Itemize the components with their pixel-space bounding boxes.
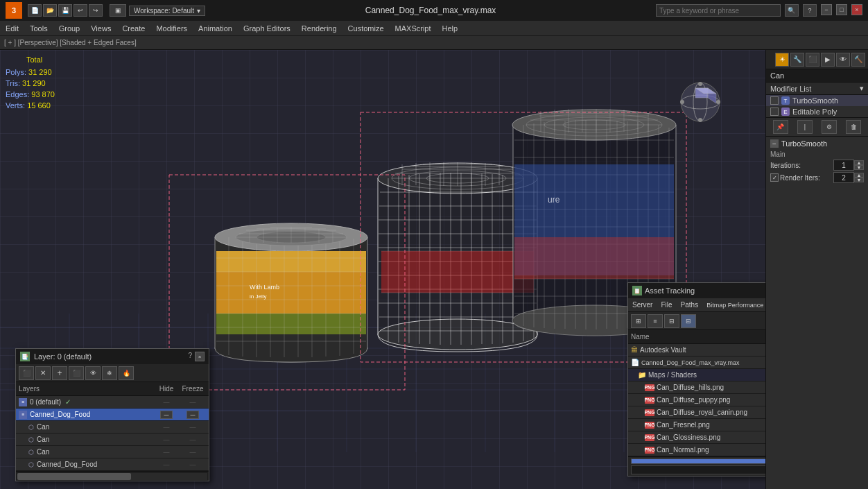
asset-tool-3[interactable]: ⊟ [664, 314, 679, 328]
layers-help-btn[interactable]: ? [188, 352, 192, 361]
layers-tool-hide[interactable]: 👁 [85, 366, 101, 380]
ts-collapse-btn[interactable]: − [770, 139, 779, 148]
asset-menu-file[interactable]: File [657, 300, 676, 310]
menu-views[interactable]: Views [85, 23, 116, 34]
layers-close-btn[interactable]: × [195, 352, 205, 361]
asset-row-diffuse-puppy[interactable]: PNG Can_Diffuse_puppy.png Found [628, 394, 765, 406]
minimize-button[interactable]: − [821, 4, 832, 15]
r-icon-sun[interactable]: ☀ [775, 53, 789, 67]
mod-configure-btn[interactable]: ⚙ [822, 120, 837, 134]
asset-row-vault[interactable]: 🏛 Autodesk Vault Logged O [628, 344, 765, 357]
layers-tool-unfreeze[interactable]: 🔥 [119, 366, 134, 380]
ts-render-iters-up[interactable]: ▲ [854, 173, 864, 178]
asset-row-diffuse-royal[interactable]: PNG Can_Diffuse_royal_canin.png Found [628, 406, 765, 419]
layers-tool-add[interactable]: + [52, 366, 67, 380]
layer-freeze-canned: — [180, 410, 206, 419]
undo-btn[interactable]: ↩ [73, 4, 87, 17]
ts-main-section: Main [770, 151, 864, 158]
layer-freeze-canned-icon[interactable]: — [186, 411, 199, 419]
menu-tools[interactable]: Tools [24, 23, 53, 34]
ts-render-iters-input[interactable] [833, 172, 854, 183]
r-icon-display[interactable]: 👁 [836, 53, 850, 67]
layers-scrollbar[interactable] [17, 473, 207, 480]
ts-iterations-up[interactable]: ▲ [854, 160, 864, 165]
asset-row-fresnel[interactable]: PNG Can_Fresnel.png Found [628, 419, 765, 431]
ts-iterations-input[interactable] [833, 160, 854, 171]
help-button[interactable]: ? [803, 4, 817, 17]
layer-freeze-canned-obj: — [180, 461, 206, 468]
layer-hide-canned-icon[interactable]: — [160, 411, 173, 419]
menu-rendering[interactable]: Rendering [296, 23, 342, 34]
menu-graph-editors[interactable]: Graph Editors [238, 23, 296, 34]
menu-help[interactable]: Help [437, 23, 464, 34]
layer-row-can3[interactable]: ⬡ Can — — [16, 446, 209, 458]
asset-menu-bitmap[interactable]: Bitmap Performance and Memory [702, 300, 765, 310]
menu-edit[interactable]: Edit [0, 23, 24, 34]
mod-move-up-btn[interactable]: | [797, 120, 813, 134]
asset-name-vault: Autodesk Vault [640, 346, 765, 354]
asset-row-normal[interactable]: PNG Can_Normal.png Found [628, 444, 765, 456]
menu-animation[interactable]: Animation [193, 23, 238, 34]
turbosmooth-panel: − TurboSmooth Main Iterations: ▲ ▼ ✓ Ren… [766, 137, 868, 187]
menu-customize[interactable]: Customize [342, 23, 390, 34]
ts-render-iters-checkbox[interactable]: ✓ [770, 173, 779, 182]
stats-total: Total [6, 54, 55, 65]
layers-tool-1[interactable]: ⬛ [19, 366, 34, 380]
layer-row-default[interactable]: ≡ 0 (default) ✓ — — [16, 396, 209, 409]
search-bar[interactable]: Type a keyword or phrase [656, 4, 781, 17]
new-btn[interactable]: 📄 [28, 4, 42, 17]
asset-menubar: Server File Paths Bitmap Performance and… [628, 298, 765, 312]
open-btn[interactable]: 📂 [43, 4, 57, 17]
asset-input-bar[interactable] [631, 465, 765, 474]
right-panel: ☀ 🔧 ⬛ ▶ 👁 🔨 Can Modifier List ▾ T TurboS… [765, 50, 868, 489]
layer-row-can2[interactable]: ⬡ Can — — [16, 434, 209, 446]
editablepoly-checkbox[interactable] [770, 108, 779, 116]
asset-row-glossiness[interactable]: PNG Can_Glossiness.png Found [628, 431, 765, 444]
save-btn[interactable]: 💾 [58, 4, 72, 17]
svg-text:ure: ure [548, 195, 560, 205]
polys-label: Polys: [6, 68, 26, 76]
r-icon-modifier[interactable]: 🔧 [790, 53, 804, 67]
search-button[interactable]: 🔍 [785, 4, 799, 17]
workspace-selector[interactable]: Workspace: Default ▾ [129, 6, 205, 16]
layers-list: ≡ 0 (default) ✓ — — ≡ Canned_Dog_Food — [16, 396, 209, 471]
asset-tool-1[interactable]: ⊞ [631, 314, 646, 328]
layer-row-canned-obj[interactable]: ⬡ Canned_Dog_Food — — [16, 458, 209, 471]
layers-tool-freeze[interactable]: ❄ [102, 366, 117, 380]
maxfile-icon: 📄 [631, 359, 639, 366]
menu-group[interactable]: Group [53, 23, 86, 34]
render-icon[interactable]: ▣ [110, 4, 126, 17]
menu-maxscript[interactable]: MAXScript [390, 23, 437, 34]
menu-create[interactable]: Create [116, 23, 150, 34]
turbosmooth-checkbox[interactable] [770, 96, 779, 105]
polys-value: 31 290 [28, 68, 52, 76]
asset-row-diffuse-hills[interactable]: PNG Can_Diffuse_hills.png Found [628, 381, 765, 394]
layers-tool-delete[interactable]: ✕ [35, 366, 51, 380]
maximize-button[interactable]: □ [836, 4, 847, 15]
layer-icon-can3: ⬡ [28, 449, 34, 456]
r-icon-motion[interactable]: ▶ [821, 53, 835, 67]
viewport[interactable]: With Lamb in Jelly [0, 50, 765, 489]
asset-row-maxfile[interactable]: 📄 Canned_Dog_Food_max_vray.max Network [628, 357, 765, 369]
layers-tool-merge[interactable]: ⬛ [69, 366, 84, 380]
mod-delete-btn[interactable]: 🗑 [846, 120, 861, 134]
asset-tool-4[interactable]: ⊟ [681, 314, 696, 328]
asset-row-maps[interactable]: 📁 Maps / Shaders [628, 369, 765, 381]
ts-render-iters-down[interactable]: ▼ [854, 178, 864, 182]
redo-btn[interactable]: ↪ [89, 4, 103, 17]
layer-icon-can2: ⬡ [28, 436, 34, 443]
close-button[interactable]: × [851, 4, 862, 15]
mod-pin-btn[interactable]: 📌 [773, 120, 788, 134]
r-icon-utility[interactable]: 🔨 [851, 53, 865, 67]
menu-modifiers[interactable]: Modifiers [150, 23, 193, 34]
asset-menu-server[interactable]: Server [628, 300, 657, 310]
asset-tool-2[interactable]: ≡ [648, 314, 663, 328]
modifier-list-dropdown[interactable]: ▾ [860, 84, 864, 93]
ts-iterations-down[interactable]: ▼ [854, 165, 864, 170]
asset-menu-paths[interactable]: Paths [677, 300, 703, 310]
modifier-turbosmooth[interactable]: T TurboSmooth [766, 95, 868, 106]
layer-row-can1[interactable]: ⬡ Can — — [16, 421, 209, 434]
modifier-editablepoly[interactable]: E Editable Poly [766, 106, 868, 117]
layer-row-canned[interactable]: ≡ Canned_Dog_Food — — [16, 409, 209, 421]
r-icon-hierarchy[interactable]: ⬛ [806, 53, 819, 67]
